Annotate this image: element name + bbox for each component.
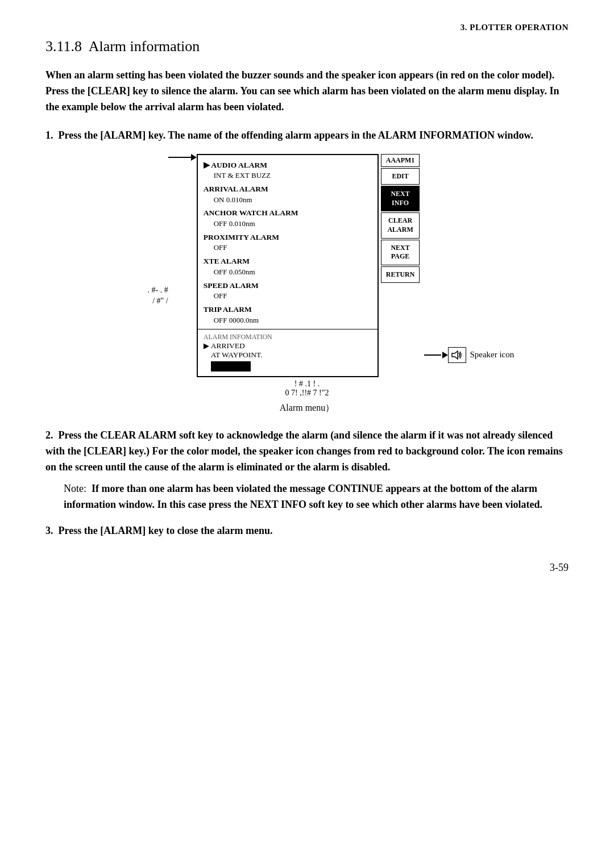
alarm-audio: ▶ AUDIO ALARM bbox=[204, 160, 372, 171]
step3-num: 3. bbox=[45, 525, 53, 536]
step1-text: 1. Press the [ALARM] key. The name of th… bbox=[45, 128, 569, 144]
step1-body: Press the [ALARM] key. The name of the o… bbox=[59, 130, 534, 141]
next-info-button[interactable]: NEXTINFO bbox=[381, 186, 420, 211]
bottom-labels: ! # .1 ! . 0 7! ,!!# 7 !"2 bbox=[285, 379, 329, 398]
speaker-label: Speaker icon bbox=[470, 350, 514, 360]
alarm-screen: ▶ AUDIO ALARM INT & EXT BUZZ ARRIVAL ALA… bbox=[197, 154, 379, 378]
alarm-arrival: ARRIVAL ALARM bbox=[204, 183, 372, 195]
diagram-inner: . #- . # / #" / ▶ AUDIO ALARM INT & EXT … bbox=[100, 154, 515, 378]
speaker-arrow bbox=[442, 352, 448, 358]
alarm-trip-sub: OFF 0000.0nm bbox=[204, 315, 372, 326]
screen-label: AAAPM1 bbox=[381, 154, 420, 167]
alarm-anchor: ANCHOR WATCH ALARM bbox=[204, 207, 372, 219]
bottom-label-2: 0 7! ,!!# 7 !"2 bbox=[285, 389, 329, 398]
left-labels: . #- . # / #" / bbox=[100, 154, 168, 307]
step2-body: Press the CLEAR ALARM soft key to acknow… bbox=[45, 429, 563, 473]
next-page-button[interactable]: NEXTPAGE bbox=[381, 240, 420, 265]
step3-text: 3. Press the [ALARM] key to close the al… bbox=[45, 523, 569, 539]
alarm-xte-sub: OFF 0.050nm bbox=[204, 267, 372, 278]
diagram-area: . #- . # / #" / ▶ AUDIO ALARM INT & EXT … bbox=[45, 154, 569, 424]
step3-body: Press the [ALARM] key to close the alarm… bbox=[59, 525, 273, 536]
alarm-speed: SPEED ALARM bbox=[204, 280, 372, 291]
note-text: If more than one alarm has been violated… bbox=[64, 483, 542, 510]
note-block: Note: If more than one alarm has been vi… bbox=[64, 481, 569, 513]
diagram-caption: Alarm menu） bbox=[280, 402, 334, 414]
step2-text: 2. Press the CLEAR ALARM soft key to ack… bbox=[45, 428, 569, 475]
alarm-proximity: PROXIMITY ALARM bbox=[204, 232, 372, 243]
alarm-info-title: ALARM INFOMATION bbox=[204, 333, 372, 341]
alarm-screen-container: ▶ AUDIO ALARM INT & EXT BUZZ ARRIVAL ALA… bbox=[197, 154, 420, 378]
speaker-icon bbox=[448, 347, 466, 363]
alarm-info-line2: AT WAYPOINT. bbox=[211, 350, 263, 360]
speaker-line bbox=[424, 354, 441, 356]
right-side-area: Speaker icon bbox=[424, 154, 514, 363]
alarm-info-section: ALARM INFOMATION ▶ ARRIVED AT WAYPOINT. bbox=[198, 329, 377, 376]
svg-marker-0 bbox=[452, 351, 458, 359]
alarm-proximity-sub: OFF bbox=[204, 243, 372, 253]
bottom-label-1: ! # .1 ! . bbox=[294, 379, 320, 389]
alarm-trip: TRIP ALARM bbox=[204, 304, 372, 315]
section-title: 3.11.8 Alarm information bbox=[45, 38, 569, 55]
edit-button[interactable]: EDIT bbox=[381, 168, 420, 185]
return-button[interactable]: RETURN bbox=[381, 266, 420, 283]
page-header: 3. PLOTTER OPERATION bbox=[45, 23, 569, 32]
step2-num: 2. bbox=[45, 429, 53, 441]
alarm-speed-sub: OFF bbox=[204, 291, 372, 302]
left-label-1: . #- . # bbox=[148, 285, 168, 296]
alarm-arrival-sub: ON 0.010nm bbox=[204, 195, 372, 206]
alarm-audio-sub: INT & EXT BUZZ bbox=[204, 170, 372, 181]
intro-paragraph: When an alarm setting has been violated … bbox=[45, 68, 569, 115]
alarm-anchor-sub: OFF 0.010nm bbox=[204, 219, 372, 229]
clear-alarm-button[interactable]: CLEARALARM bbox=[381, 212, 420, 238]
page-number: 3-59 bbox=[45, 562, 569, 574]
alarm-list: ▶ AUDIO ALARM INT & EXT BUZZ ARRIVAL ALA… bbox=[198, 155, 377, 330]
alarm-info-line1: ARRIVED bbox=[211, 341, 263, 350]
note-label: Note: bbox=[64, 483, 86, 494]
alarm-info-arrow: ▶ bbox=[204, 341, 209, 350]
left-label-2: / #" / bbox=[152, 295, 168, 307]
speaker-row: Speaker icon bbox=[424, 347, 514, 363]
step1-num: 1. bbox=[45, 130, 53, 141]
alarm-xte: XTE ALARM bbox=[204, 256, 372, 267]
right-buttons: AAAPM1 EDIT NEXTINFO CLEARALARM NEXTPAGE… bbox=[381, 154, 420, 285]
alarm-info-bar bbox=[211, 361, 251, 372]
